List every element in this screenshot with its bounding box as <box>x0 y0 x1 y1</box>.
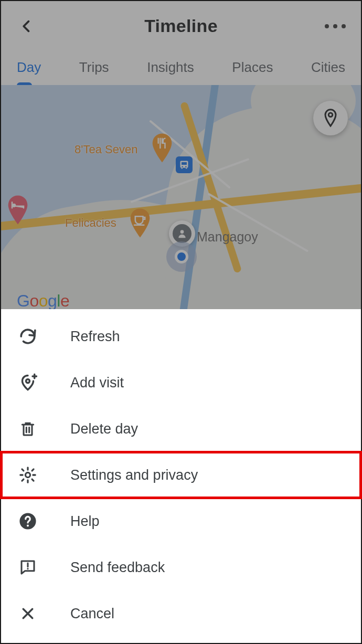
menu-feedback-label: Send feedback <box>70 559 165 576</box>
tabs: Day Trips Insights Places Cities <box>1 51 361 85</box>
tab-places[interactable]: Places <box>228 52 277 85</box>
svg-point-6 <box>27 568 28 569</box>
menu-delete-day[interactable]: Delete day <box>1 406 361 452</box>
header: Timeline Day Trips Insights Places Citie… <box>1 1 361 85</box>
chevron-left-icon <box>19 19 34 34</box>
menu-cancel-label: Cancel <box>70 606 114 622</box>
svg-point-3 <box>25 472 30 477</box>
tab-insights[interactable]: Insights <box>143 52 198 85</box>
bottom-sheet: Refresh Add visit Delete day Settings an… <box>1 309 361 643</box>
more-icon <box>325 24 329 28</box>
pin-outline-icon <box>323 108 338 128</box>
add-place-icon <box>18 373 38 393</box>
menu-delete-day-label: Delete day <box>70 421 138 437</box>
menu-help-label: Help <box>70 513 100 530</box>
help-icon <box>18 511 38 531</box>
svg-point-2 <box>26 379 30 383</box>
tab-cities[interactable]: Cities <box>307 52 349 85</box>
map[interactable]: 8'Tea Seven Felicacies Mangagoy Google <box>1 85 361 321</box>
menu-refresh[interactable]: Refresh <box>1 313 361 360</box>
menu-refresh-label: Refresh <box>70 329 120 345</box>
menu-feedback[interactable]: Send feedback <box>1 544 361 590</box>
map-label-tea: 8'Tea Seven <box>74 143 137 156</box>
map-label-area: Mangagoy <box>197 229 258 245</box>
menu-help[interactable]: Help <box>1 498 361 544</box>
locate-fab[interactable] <box>313 101 348 135</box>
cafe-pin-icon <box>129 208 152 238</box>
close-icon <box>18 604 38 624</box>
hotel-pin-icon <box>6 195 29 225</box>
tab-day[interactable]: Day <box>13 52 45 85</box>
page-title: Timeline <box>144 16 218 36</box>
menu-cancel[interactable]: Cancel <box>1 590 361 637</box>
gear-icon <box>18 465 38 485</box>
back-button[interactable] <box>14 14 39 39</box>
screen: Timeline Day Trips Insights Places Citie… <box>0 0 362 644</box>
current-location-icon <box>166 241 197 272</box>
menu-add-visit[interactable]: Add visit <box>1 360 361 406</box>
trash-icon <box>18 419 38 439</box>
google-logo: Google <box>17 291 69 311</box>
tab-trips[interactable]: Trips <box>75 52 113 85</box>
menu-add-visit-label: Add visit <box>70 375 124 391</box>
transit-icon <box>176 156 193 173</box>
topbar: Timeline <box>1 1 361 51</box>
restaurant-pin-icon <box>151 133 174 163</box>
feedback-icon <box>18 557 38 577</box>
refresh-icon <box>18 326 38 346</box>
svg-point-5 <box>27 525 29 527</box>
menu-settings-privacy[interactable]: Settings and privacy <box>1 452 361 498</box>
map-label-felicacies: Felicacies <box>65 216 116 230</box>
svg-point-0 <box>180 230 184 234</box>
svg-point-1 <box>328 113 333 117</box>
more-button[interactable] <box>323 14 348 39</box>
menu-settings-label: Settings and privacy <box>70 467 198 483</box>
